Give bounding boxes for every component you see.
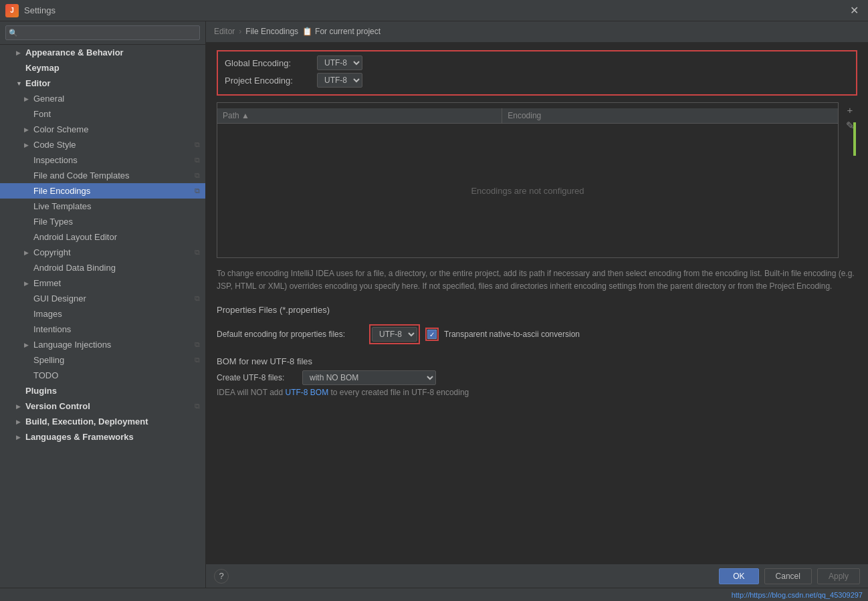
sidebar-item-intentions[interactable]: Intentions [0,322,205,337]
sidebar-item-version-control[interactable]: ▶ Version Control ⧉ [0,398,205,414]
copy-icon-inspections: ⧉ [195,156,200,164]
path-header-label: Path [223,111,239,120]
sidebar-item-images[interactable]: Images [0,306,205,322]
sidebar-item-label-build-execution: Build, Execution, Deployment [25,416,148,427]
sidebar-item-android-data-binding[interactable]: Android Data Binding [0,260,205,275]
help-button[interactable]: ? [214,569,229,584]
copy-icon-file-code-templates: ⧉ [195,171,200,180]
close-button[interactable]: ✕ [846,3,863,18]
bom-note-suffix: to every created file in UTF-8 encoding [328,388,469,397]
sidebar-item-code-style[interactable]: ▶ Code Style ⧉ [0,137,205,152]
sidebar-item-live-templates[interactable]: Live Templates [0,199,205,214]
sidebar-item-plugins[interactable]: Plugins [0,383,205,398]
bom-note-prefix: IDEA will NOT add [217,388,285,397]
sidebar-item-build-execution[interactable]: ▶ Build, Execution, Deployment [0,414,205,429]
expand-arrow-copyright: ▶ [24,249,31,256]
window-title: Settings [24,5,56,15]
sidebar-item-label-code-style: Code Style [33,140,76,150]
properties-encoding-row: Default encoding for properties files: U… [217,324,857,344]
path-table-border: Path ▲ Encoding Encodings are not config… [217,102,839,258]
copy-icon-language-injections: ⧉ [195,340,200,349]
sidebar-item-emmet[interactable]: ▶ Emmet [0,275,205,291]
bom-section: BOM for new UTF-8 files Create UTF-8 fil… [217,356,857,397]
search-icon: 🔍 [9,29,18,37]
ok-button[interactable]: OK [719,568,758,584]
sidebar-item-spelling[interactable]: Spelling ⧉ [0,352,205,368]
expand-arrow-language-injections: ▶ [24,342,31,348]
copy-icon-code-style: ⧉ [195,140,200,149]
sidebar-item-label-file-types: File Types [33,217,73,227]
title-bar-left: J Settings [5,4,56,17]
expand-arrow-editor: ▼ [16,80,23,87]
sidebar: 🔍 ▶ Appearance & Behavior Keymap ▼ Edito… [0,21,206,588]
copy-icon-spelling: ⧉ [195,356,200,364]
sidebar-item-label-language-injections: Language Injections [33,340,111,350]
sidebar-item-label-android-layout-editor: Android Layout Editor [33,232,117,242]
breadcrumb-separator: › [239,27,241,36]
sidebar-item-inspections[interactable]: Inspections ⧉ [0,152,205,168]
breadcrumb: Editor › File Encodings 📋 For current pr… [206,21,868,42]
properties-encoding-select[interactable]: UTF-8 [372,327,417,342]
sidebar-item-gui-designer[interactable]: GUI Designer ⧉ [0,291,205,306]
copy-icon-file-encodings: ⧉ [195,187,200,195]
sidebar-item-languages-frameworks[interactable]: ▶ Languages & Frameworks [0,429,205,445]
cancel-button[interactable]: Cancel [764,568,812,584]
apply-button[interactable]: Apply [817,568,860,584]
global-encoding-select[interactable]: UTF-8 [317,55,362,70]
sidebar-item-keymap[interactable]: Keymap [0,60,205,76]
sidebar-item-label-font: Font [33,109,51,119]
project-encoding-select[interactable]: UTF-8 [317,73,362,88]
breadcrumb-file-encodings: File Encodings [245,27,298,36]
breadcrumb-project: 📋 For current project [302,27,381,36]
expand-arrow-appearance: ▶ [16,49,23,56]
sidebar-item-label-emmet: Emmet [33,278,61,288]
status-url: http://https://blog.csdn.net/qq_45309297 [732,591,863,599]
sidebar-item-label-languages-frameworks: Languages & Frameworks [25,432,134,442]
expand-arrow-version-control: ▶ [16,403,23,410]
global-encoding-label: Global Encoding: [225,58,312,68]
search-box: 🔍 [0,21,205,45]
search-wrapper: 🔍 [5,25,200,40]
sidebar-item-copyright[interactable]: ▶ Copyright ⧉ [0,245,205,260]
sidebar-item-color-scheme[interactable]: ▶ Color Scheme [0,122,205,137]
transparent-checkbox[interactable]: ✓ [427,330,437,339]
add-path-button[interactable]: + [843,102,857,117]
sidebar-item-label-plugins: Plugins [25,386,57,396]
bom-section-label: BOM for new UTF-8 files [217,356,857,366]
main-content: Editor › File Encodings 📋 For current pr… [206,21,868,588]
create-utf8-label: Create UTF-8 files: [217,373,297,382]
props-encoding-highlight: UTF-8 [369,324,420,344]
sidebar-item-label-spelling: Spelling [33,355,64,365]
sidebar-item-label-images: Images [33,309,62,319]
sidebar-item-file-code-templates[interactable]: File and Code Templates ⧉ [0,168,205,183]
sidebar-item-file-types[interactable]: File Types [0,214,205,229]
expand-arrow-emmet: ▶ [24,280,31,287]
sidebar-item-android-layout-editor[interactable]: Android Layout Editor [0,229,205,245]
encoding-header-label: Encoding [508,111,541,120]
bom-link[interactable]: UTF-8 BOM [285,388,328,397]
sidebar-item-todo[interactable]: TODO [0,368,205,383]
path-table: Path ▲ Encoding [217,108,838,124]
title-bar: J Settings ✕ [0,0,868,21]
expand-arrow-languages-frameworks: ▶ [16,434,23,441]
expand-arrow-color-scheme: ▶ [24,126,31,133]
sidebar-item-general[interactable]: ▶ General [0,91,205,106]
copy-icon-version-control: ⧉ [195,402,200,410]
breadcrumb-project-label: For current project [315,27,381,36]
expand-arrow-code-style: ▶ [24,142,31,148]
search-input[interactable] [5,25,200,40]
sidebar-item-file-encodings[interactable]: File Encodings ⧉ [0,183,205,199]
expand-arrow-general: ▶ [24,96,31,102]
sidebar-item-label-file-encodings: File Encodings [33,186,90,196]
sidebar-item-editor[interactable]: ▼ Editor [0,76,205,91]
sidebar-item-appearance[interactable]: ▶ Appearance & Behavior [0,45,205,60]
create-utf8-select[interactable]: with NO BOM [302,370,436,385]
breadcrumb-editor: Editor [214,27,235,36]
sidebar-item-label-intentions: Intentions [33,324,71,334]
transparent-checkbox-highlight: ✓ [425,328,439,341]
copy-icon-copyright: ⧉ [195,248,200,257]
sidebar-item-language-injections[interactable]: ▶ Language Injections ⧉ [0,337,205,352]
bom-note: IDEA will NOT add UTF-8 BOM to every cre… [217,388,857,397]
encoding-column-header: Encoding [502,108,838,124]
sidebar-item-font[interactable]: Font [0,106,205,122]
